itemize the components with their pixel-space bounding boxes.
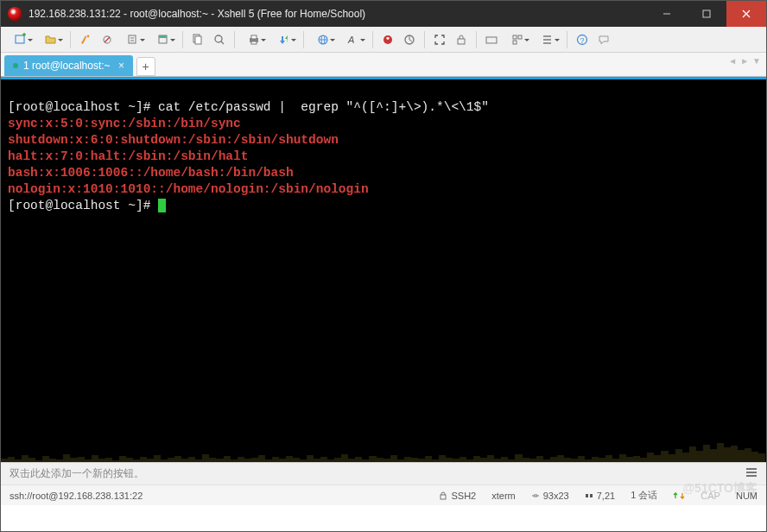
svg-rect-29 [486, 37, 497, 43]
svg-line-18 [221, 41, 224, 44]
status-ssh: SSH2 [439, 491, 476, 501]
status-dot-icon [13, 63, 18, 68]
terminal-output: sync:x:5:0:sync:/sbin:/bin/sync [8, 117, 241, 130]
tab-list-icon[interactable]: ▼ [752, 56, 761, 66]
lock-icon[interactable] [451, 29, 472, 50]
xftp-icon[interactable] [399, 29, 420, 50]
xagent-icon[interactable] [377, 29, 398, 50]
toolbar-separator [70, 31, 71, 48]
view-button[interactable] [533, 29, 562, 50]
new-session-button[interactable] [6, 29, 35, 50]
hamburger-icon[interactable] [745, 467, 757, 480]
titlebar: 192.168.238.131:22 - root@localhost:~ - … [1, 1, 766, 27]
print-button[interactable] [239, 29, 269, 50]
toolbar-separator [424, 31, 425, 48]
svg-rect-16 [195, 36, 201, 44]
svg-rect-20 [251, 35, 257, 39]
hint-text: 双击此处添加一个新的按钮。 [10, 466, 144, 481]
status-pos: 7,21 [585, 491, 615, 501]
svg-rect-1 [703, 10, 710, 17]
find-icon[interactable] [209, 29, 230, 50]
session-tab[interactable]: 1 root@localhost:~ × [4, 55, 133, 76]
toolbar: A ? [1, 27, 766, 53]
toolbar-separator [182, 31, 183, 48]
svg-rect-21 [251, 41, 257, 44]
svg-point-17 [215, 35, 222, 42]
svg-rect-28 [458, 39, 465, 44]
svg-rect-46 [590, 494, 593, 497]
lock-icon [439, 491, 447, 500]
toolbar-separator [303, 31, 304, 48]
toolbar-separator [234, 31, 235, 48]
network-icon [673, 491, 685, 500]
add-tab-button[interactable]: + [136, 57, 155, 76]
tab-label: 1 root@localhost:~ [23, 60, 111, 72]
terminal-line: [root@localhost ~]# cat /etc/passwd | eg… [8, 100, 489, 114]
svg-point-7 [87, 35, 90, 37]
svg-text:?: ? [580, 35, 585, 44]
status-cap: CAP [700, 491, 720, 501]
app-icon [8, 7, 22, 21]
window-controls [647, 1, 766, 27]
svg-rect-33 [513, 35, 517, 39]
svg-rect-34 [518, 35, 522, 39]
globe-button[interactable] [308, 29, 338, 50]
fullscreen-icon[interactable] [429, 29, 450, 50]
terminal-output: bash:x:1006:1006::/home/bash:/bin/bash [8, 166, 294, 180]
minimize-button[interactable] [647, 1, 687, 27]
status-size: 93x23 [531, 491, 569, 501]
svg-rect-45 [586, 494, 588, 497]
help-icon[interactable]: ? [572, 29, 593, 50]
tile-button[interactable] [503, 29, 532, 50]
copy-icon[interactable] [187, 29, 208, 50]
svg-rect-14 [159, 35, 167, 38]
tab-nav: ◄ ► ▼ [728, 56, 761, 66]
terminal-output: halt:x:7:0:halt:/sbin:/sbin/halt [8, 149, 248, 163]
toolbar-separator [476, 31, 477, 48]
svg-rect-35 [513, 41, 517, 44]
tab-prev-icon[interactable]: ◄ [728, 56, 737, 66]
window-title: 192.168.238.131:22 - root@localhost:~ - … [29, 8, 647, 20]
svg-text:A: A [347, 35, 354, 45]
toolbar-separator [372, 31, 373, 48]
status-num: NUM [736, 491, 757, 501]
cursor [158, 199, 166, 212]
cursor-pos-icon [585, 491, 593, 500]
disconnect-icon[interactable] [97, 29, 117, 50]
terminal-output: nologin:x:1010:1010::/home/nologin:/sbin… [8, 182, 369, 196]
keyboard-icon[interactable] [481, 29, 502, 50]
svg-rect-44 [441, 495, 446, 499]
svg-rect-10 [129, 35, 136, 43]
quick-command-bar[interactable]: 双击此处添加一个新的按钮。 [1, 462, 766, 484]
svg-rect-4 [16, 35, 24, 43]
chat-icon[interactable] [593, 29, 614, 50]
status-connection: ssh://root@192.168.238.131:22 [10, 491, 423, 501]
statusbar: ssh://root@192.168.238.131:22 SSH2 xterm… [1, 484, 766, 505]
toolbar-separator [567, 31, 567, 48]
terminal-output: shutdown:x:6:0:shutdown:/sbin:/sbin/shut… [8, 133, 339, 147]
tab-close-icon[interactable]: × [116, 60, 128, 72]
status-term: xterm [491, 491, 516, 501]
svg-line-9 [105, 37, 110, 42]
properties-button[interactable] [149, 29, 178, 50]
transfer-button[interactable] [269, 29, 299, 50]
close-button[interactable] [726, 1, 766, 27]
connect-icon[interactable] [75, 29, 96, 50]
terminal-prompt: [root@localhost ~]# [8, 199, 158, 212]
status-net [673, 491, 685, 500]
font-button[interactable]: A [339, 29, 368, 50]
maximize-button[interactable] [687, 1, 726, 27]
tabbar: 1 root@localhost:~ × + ◄ ► ▼ [1, 53, 766, 77]
tab-next-icon[interactable]: ► [740, 56, 749, 66]
terminal[interactable]: [root@localhost ~]# cat /etc/passwd | eg… [1, 79, 766, 462]
audio-visualizer [1, 423, 766, 462]
open-button[interactable] [36, 29, 66, 50]
reconnect-button[interactable] [118, 29, 148, 50]
status-session: 1 会话 [631, 489, 657, 502]
size-icon [531, 491, 540, 500]
